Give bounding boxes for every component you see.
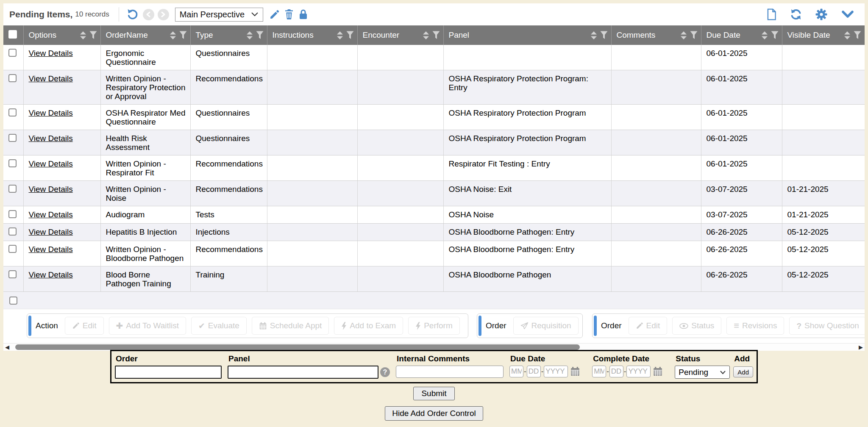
- panel-label: Panel: [228, 354, 390, 363]
- sort-icon[interactable]: [844, 31, 851, 40]
- add-to-waitlist-button[interactable]: ✚Add To Waitlist: [109, 317, 186, 335]
- column-header-options[interactable]: Options: [23, 25, 100, 45]
- refresh-icon[interactable]: [790, 8, 802, 20]
- row-checkbox[interactable]: [8, 108, 17, 116]
- view-details-link[interactable]: View Details: [29, 74, 73, 83]
- collapse-chevron-icon[interactable]: [841, 10, 854, 19]
- add-button[interactable]: Add: [733, 366, 753, 377]
- form-col-status: Status Pending: [675, 353, 730, 379]
- check-icon: ✔: [198, 322, 205, 330]
- column-header-label: Due Date: [707, 30, 740, 40]
- submit-button[interactable]: Submit: [413, 387, 454, 400]
- sort-icon[interactable]: [590, 31, 597, 40]
- sort-icon[interactable]: [80, 31, 86, 40]
- column-header-encounter[interactable]: Encounter: [357, 25, 443, 45]
- filter-icon[interactable]: [854, 31, 861, 39]
- column-header-type[interactable]: Type: [190, 25, 267, 45]
- lock-icon[interactable]: [298, 9, 308, 20]
- filter-icon[interactable]: [600, 31, 608, 39]
- due-day-input[interactable]: [527, 366, 541, 377]
- new-document-icon[interactable]: [767, 8, 776, 20]
- row-checkbox[interactable]: [8, 185, 17, 193]
- view-details-link[interactable]: View Details: [29, 227, 73, 236]
- column-header-visible-date[interactable]: Visible Date: [782, 25, 865, 45]
- evaluate-button[interactable]: ✔Evaluate: [191, 317, 247, 335]
- gear-icon[interactable]: [815, 8, 827, 20]
- row-checkbox[interactable]: [8, 49, 17, 57]
- edit-button[interactable]: Edit: [629, 317, 668, 335]
- row-checkbox[interactable]: [8, 210, 17, 218]
- view-details-link[interactable]: View Details: [29, 245, 73, 254]
- complete-calendar-icon[interactable]: [653, 366, 663, 377]
- schedule-appt-button[interactable]: Schedule Appt: [252, 317, 329, 335]
- view-details-link[interactable]: View Details: [29, 210, 73, 219]
- status-select[interactable]: Pending: [675, 366, 730, 379]
- sort-icon[interactable]: [337, 31, 343, 40]
- complete-month-input[interactable]: [592, 366, 606, 377]
- row-checkbox[interactable]: [8, 245, 17, 253]
- sort-icon[interactable]: [761, 31, 768, 40]
- row-checkbox[interactable]: [8, 159, 17, 167]
- filter-icon[interactable]: [89, 31, 97, 39]
- edit-button[interactable]: Edit: [65, 317, 104, 335]
- column-header-panel[interactable]: Panel: [443, 25, 611, 45]
- next-icon[interactable]: [158, 9, 169, 20]
- filter-icon[interactable]: [346, 31, 354, 39]
- perform-button[interactable]: Perform: [408, 317, 460, 335]
- hide-add-order-control-button[interactable]: Hide Add Order Control: [385, 406, 483, 421]
- view-details-link[interactable]: View Details: [29, 108, 73, 117]
- revisions-button[interactable]: ≡Revisions: [726, 317, 784, 335]
- row-checkbox[interactable]: [8, 134, 17, 142]
- filter-icon[interactable]: [256, 31, 264, 39]
- requisition-button[interactable]: Requisition: [513, 317, 579, 335]
- panel-input[interactable]: [228, 366, 378, 379]
- view-details-link[interactable]: View Details: [29, 270, 73, 279]
- cell-checkbox: [3, 181, 23, 206]
- previous-icon[interactable]: [143, 9, 154, 20]
- order-input[interactable]: [115, 366, 222, 379]
- sort-icon[interactable]: [680, 31, 687, 40]
- cell-encounter: [357, 224, 443, 241]
- status-button[interactable]: Status: [672, 317, 721, 335]
- edit-perspective-icon[interactable]: [269, 9, 280, 20]
- cell-encounter: [357, 130, 443, 155]
- sort-icon[interactable]: [246, 31, 253, 40]
- sort-icon[interactable]: [423, 31, 429, 40]
- view-details-link[interactable]: View Details: [29, 159, 73, 168]
- due-year-input[interactable]: [544, 366, 568, 377]
- sort-icon[interactable]: [170, 31, 176, 40]
- row-checkbox[interactable]: [8, 74, 17, 82]
- filter-icon[interactable]: [179, 31, 187, 39]
- view-details-link[interactable]: View Details: [29, 185, 73, 194]
- filter-icon[interactable]: [771, 31, 779, 39]
- show-question-button[interactable]: ?Show Question: [789, 317, 865, 335]
- undo-icon[interactable]: [127, 8, 139, 20]
- row-checkbox[interactable]: [8, 270, 17, 278]
- column-header-ordername[interactable]: OrderName: [100, 25, 190, 45]
- row-checkbox[interactable]: [8, 227, 17, 236]
- view-details-link[interactable]: View Details: [29, 49, 73, 58]
- column-header-due-date[interactable]: Due Date: [701, 25, 782, 45]
- due-month-input[interactable]: [509, 366, 523, 377]
- due-calendar-icon[interactable]: [570, 366, 580, 377]
- table-row: View DetailsWritten Opinion - NoiseRecom…: [3, 181, 865, 206]
- complete-day-input[interactable]: [609, 366, 623, 377]
- select-all-checkbox[interactable]: [8, 30, 17, 39]
- filter-icon[interactable]: [432, 31, 440, 39]
- cell-type: Questionnaires: [190, 45, 267, 70]
- cell-instructions: [267, 206, 357, 224]
- column-header-instructions[interactable]: Instructions: [267, 25, 357, 45]
- complete-year-input[interactable]: [626, 366, 651, 377]
- cell-options: View Details: [23, 241, 100, 266]
- perspective-select[interactable]: Main Perspective: [175, 8, 263, 22]
- footer-checkbox[interactable]: [9, 297, 17, 305]
- help-icon[interactable]: ?: [380, 367, 390, 377]
- button-label: Status: [691, 321, 714, 330]
- add-to-exam-button[interactable]: Add to Exam: [334, 317, 403, 335]
- filter-icon[interactable]: [690, 31, 698, 39]
- column-header-comments[interactable]: Comments: [611, 25, 701, 45]
- view-details-link[interactable]: View Details: [29, 134, 73, 143]
- internal-comments-input[interactable]: [396, 366, 504, 378]
- table-row: View DetailsWritten Opinion - Respirator…: [3, 70, 865, 105]
- delete-perspective-icon[interactable]: [284, 9, 294, 20]
